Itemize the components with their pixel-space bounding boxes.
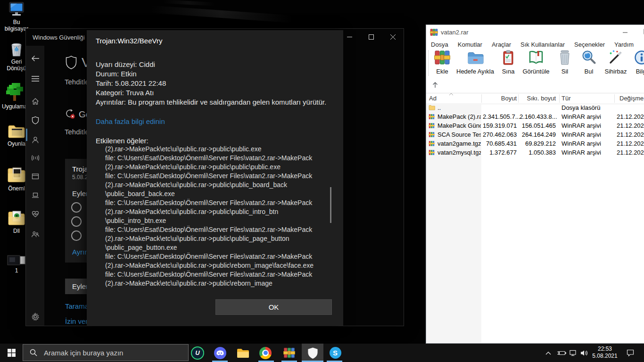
nav-virus-threat-protection[interactable] [26, 113, 44, 128]
tree-icon [0, 81, 29, 102]
search-input[interactable] [43, 348, 172, 357]
current-threats-caption: Tehditle [65, 128, 89, 136]
radio-circle-icon [71, 202, 82, 213]
minimize-icon [347, 34, 352, 40]
menu-item-yardim[interactable]: Yardım [610, 41, 638, 48]
file-row[interactable]: SCA Source Tesli... 270.462.063 264.164.… [426, 131, 644, 139]
tray-network-button[interactable] [567, 344, 579, 362]
toolbar-label: Hedefe Ayıkla [453, 68, 498, 75]
taskbar-app-iobit[interactable]: U [187, 344, 208, 362]
rar-file-icon [429, 149, 435, 157]
window-title: vatan2.rar [441, 29, 469, 36]
tray-battery-button[interactable] [555, 344, 568, 362]
menu-item-secenekler[interactable]: Seçenekler [570, 41, 610, 48]
file-row[interactable]: vatan2mysql.tgz 1.372.677 1.050.383 WinR… [426, 148, 644, 157]
desktop-icon-bu-bilgisayar[interactable]: Bu bilgisayar [1, 2, 32, 32]
column-header-siki-boyut[interactable]: Sıkı. boyut [520, 95, 556, 102]
rar-file-icon [429, 140, 435, 148]
taskbar-app-defender[interactable] [302, 344, 323, 362]
toolbar-button-bilgi[interactable]: Bilgi [626, 49, 644, 77]
field-details: Ayrıntılar: Bu program tehlikelidir ve s… [96, 98, 326, 107]
affected-path-line: \public_intro_btn.exe [105, 216, 328, 225]
clock-date: 5.08.2021 [588, 353, 621, 360]
menu-item-komutlar[interactable]: Komutlar [453, 41, 487, 48]
menu-button[interactable] [26, 71, 44, 86]
file-name: .. [438, 104, 481, 111]
threat-card-date: 5.08.2 [72, 174, 88, 181]
menu-item-sik-kullanilanlar[interactable]: Sık Kullanılanlar [516, 41, 570, 48]
add-books-icon [434, 49, 450, 66]
file-size: 2.341.505.7... [483, 113, 517, 120]
affected-items-label: Etkilenen öğeler: [96, 137, 149, 145]
affected-path-line: \public_page_button.exe [105, 243, 328, 252]
ok-button[interactable]: OK [215, 299, 332, 315]
nav-firewall-network[interactable] [26, 150, 44, 165]
maximize-button[interactable] [360, 29, 382, 45]
nav-device-security[interactable] [26, 188, 44, 203]
file-row-parent[interactable]: .. Dosya klasörü [426, 104, 644, 112]
nav-account-protection[interactable] [26, 132, 44, 148]
file-name: vatan2mysql.tgz [438, 149, 481, 156]
laptop-icon [31, 191, 40, 199]
toolbar-button-goruntule[interactable]: Görüntüle [520, 49, 552, 77]
desktop-icon-uygulama[interactable]: Uygulama [0, 81, 29, 110]
back-button[interactable] [26, 51, 44, 66]
learn-more-link[interactable]: Daha fazla bilgi edinin [96, 117, 165, 125]
minimize-button[interactable] [617, 25, 633, 38]
tray-chevron-button[interactable] [542, 344, 554, 362]
toolbar-button-sina[interactable]: Sına [493, 49, 524, 77]
maximize-button[interactable] [638, 25, 644, 38]
up-directory-button[interactable] [429, 79, 441, 91]
file-row[interactable]: MakePack (2).rar 2.341.505.7... 2.160.43… [426, 113, 644, 121]
close-button[interactable] [382, 29, 404, 45]
affected-path-line: (2).rar->MakePack\etc\ui\public.rar->pub… [105, 145, 328, 154]
desktop-icon-label: Uygulama [0, 103, 29, 110]
taskbar-app-explorer[interactable] [232, 344, 254, 362]
menu-item-dosya[interactable]: Dosya [426, 41, 453, 48]
toolbar-button-hedefe-ayikla[interactable]: Hedefe Ayıkla [453, 49, 498, 77]
file-type: WinRAR arşivi [561, 131, 614, 138]
nav-app-browser-control[interactable] [26, 169, 44, 184]
tray-clock[interactable]: 22:53 5.08.2021 [588, 346, 621, 360]
nav-family-options[interactable] [26, 227, 44, 242]
test-clipboard-icon [500, 49, 516, 66]
column-header-tur[interactable]: Tür [561, 95, 571, 102]
scan-options-link[interactable]: Tarama [65, 302, 89, 310]
nav-home[interactable] [26, 94, 44, 109]
details-link[interactable]: Ayrın [72, 248, 89, 256]
iobit-icon: U [191, 346, 204, 360]
folder-icon [429, 105, 435, 112]
menu-item-araclar[interactable]: Araçlar [487, 41, 516, 48]
search-box[interactable] [23, 344, 189, 361]
skype-icon: S [330, 347, 341, 359]
back-arrow-icon [31, 55, 40, 62]
column-header-ad[interactable]: Ad [429, 95, 437, 102]
file-packed-size: 2.160.433.8... [520, 113, 556, 120]
window-title: Windows Güvenliği [33, 34, 85, 41]
wallpaper-streak [151, 6, 292, 23]
taskbar-app-discord[interactable] [209, 344, 231, 362]
taskbar-app-winrar[interactable] [278, 344, 300, 362]
taskbar-app-chrome[interactable] [255, 344, 276, 362]
column-header-boyut[interactable]: Boyut [483, 95, 517, 102]
allowed-threats-link[interactable]: İzin veri [65, 317, 90, 325]
extract-folder-icon [467, 49, 484, 66]
column-header-degisme[interactable]: Değişme [619, 95, 644, 102]
dialog-scrollbar[interactable] [330, 187, 331, 223]
app-window-icon [31, 172, 40, 181]
home-icon [31, 97, 40, 106]
threat-name: Trojan:Win32/BeeVry [96, 37, 162, 45]
file-row[interactable]: MakePack Günc... 159.319.071 156.051.465… [426, 122, 644, 130]
action-center-icon [626, 349, 635, 357]
file-row[interactable]: vatan2game.tgz 70.685.431 69.829.212 Win… [426, 140, 644, 148]
security-sidebar [26, 46, 44, 326]
taskbar-app-skype[interactable]: S [324, 344, 346, 362]
settings-button[interactable] [26, 309, 44, 324]
file-list-header: Ad Boyut Sıkı. boyut Tür Değişme [426, 93, 644, 104]
winrar-menubar: Dosya Komutlar Araçlar Sık Kullanılanlar… [426, 40, 644, 49]
nav-device-health[interactable] [26, 206, 44, 222]
wallpaper-streak [163, 0, 215, 6]
affected-path-line: (2).rar->MakePack\etc\ui\public.rar->pub… [105, 234, 328, 243]
start-button[interactable] [0, 344, 23, 362]
action-center-button[interactable] [623, 344, 637, 362]
